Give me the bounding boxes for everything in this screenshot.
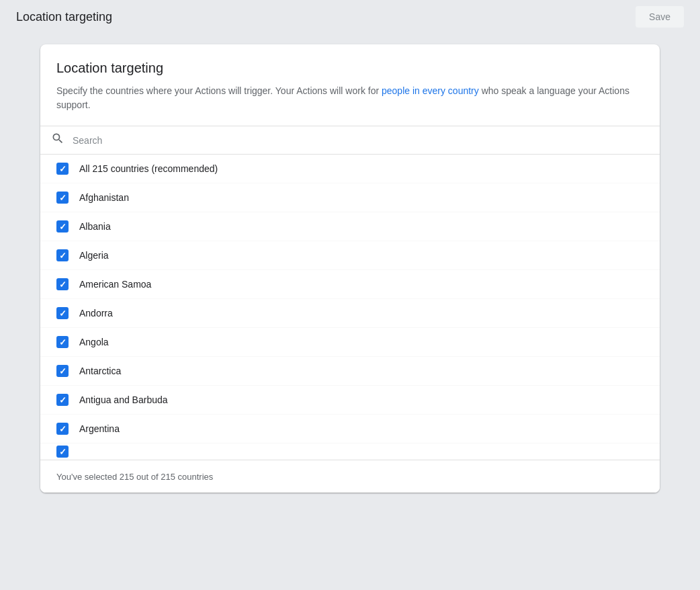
card-description: Specify the countries where your Actions… [56, 84, 644, 112]
country-item[interactable]: ✓Argentina [40, 415, 660, 444]
country-item[interactable]: ✓American Samoa [40, 270, 660, 299]
search-icon [51, 132, 64, 149]
country-name: Antigua and Barbuda [79, 394, 168, 405]
country-name: Angola [79, 337, 109, 347]
checkbox-partial: ✓ [56, 446, 69, 458]
countries-list[interactable]: ✓All 215 countries (recommended)✓Afghani… [40, 155, 660, 460]
country-name: Albania [79, 221, 111, 232]
checkbox[interactable]: ✓ [56, 336, 69, 348]
country-item[interactable]: ✓Andorra [40, 299, 660, 328]
country-item[interactable]: ✓Algeria [40, 241, 660, 270]
country-name: Afghanistan [79, 192, 129, 203]
checkbox[interactable]: ✓ [56, 163, 69, 175]
card-footer: You've selected 215 out of 215 countries [40, 460, 660, 493]
save-button[interactable]: Save [636, 6, 684, 28]
checkbox[interactable]: ✓ [56, 278, 69, 290]
checkbox[interactable]: ✓ [56, 192, 69, 204]
country-item[interactable]: ✓Antigua and Barbuda [40, 386, 660, 415]
footer-text: You've selected 215 out of 215 countries [56, 472, 213, 482]
country-name: Andorra [79, 308, 113, 319]
country-name: American Samoa [79, 279, 151, 290]
checkbox[interactable]: ✓ [56, 394, 69, 406]
country-item[interactable]: ✓All 215 countries (recommended) [40, 155, 660, 183]
checkbox[interactable]: ✓ [56, 423, 69, 435]
country-name: Algeria [79, 250, 109, 261]
country-item-partial[interactable]: ✓ [40, 444, 660, 460]
country-name: Argentina [79, 423, 120, 434]
checkbox[interactable]: ✓ [56, 249, 69, 261]
country-item[interactable]: ✓Afghanistan [40, 183, 660, 212]
page-content: Location targeting Specify the countries… [0, 34, 700, 503]
country-item[interactable]: ✓Antarctica [40, 357, 660, 386]
search-bar [40, 126, 660, 155]
location-targeting-card: Location targeting Specify the countries… [40, 44, 660, 493]
card-title: Location targeting [56, 60, 644, 76]
top-bar-title: Location targeting [16, 10, 112, 24]
country-item[interactable]: ✓Albania [40, 212, 660, 241]
top-bar: Location targeting Save [0, 0, 700, 34]
checkbox[interactable]: ✓ [56, 307, 69, 319]
countries-list-wrapper: ✓All 215 countries (recommended)✓Afghani… [40, 155, 660, 460]
country-name: Antarctica [79, 366, 121, 376]
country-name: All 215 countries (recommended) [79, 163, 218, 174]
checkbox[interactable]: ✓ [56, 365, 69, 377]
card-header: Location targeting Specify the countries… [40, 44, 660, 126]
checkbox[interactable]: ✓ [56, 220, 69, 233]
search-input[interactable] [73, 135, 649, 146]
country-item[interactable]: ✓Angola [40, 328, 660, 357]
